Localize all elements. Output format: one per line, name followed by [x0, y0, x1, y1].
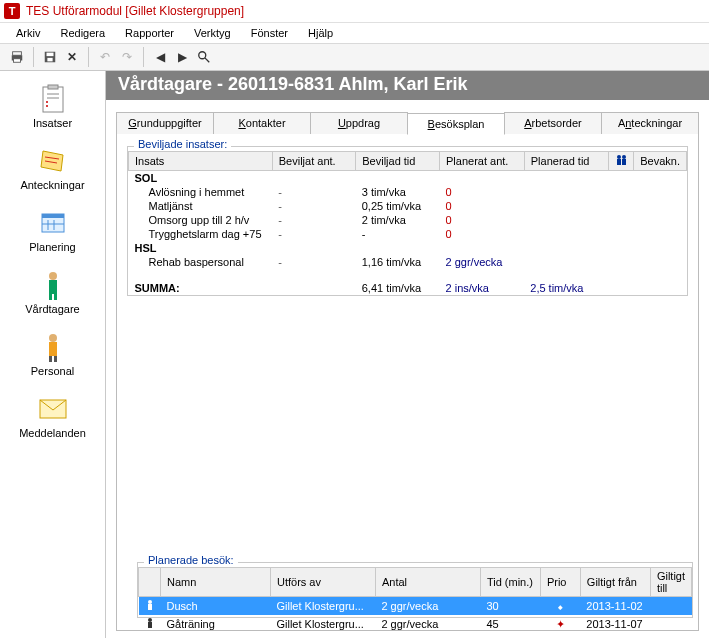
cell-insats: Rehab baspersonal — [129, 255, 273, 269]
col-bevakn[interactable]: Bevakn. — [634, 152, 687, 171]
col-prio[interactable]: Prio — [540, 568, 580, 597]
beviljade-row[interactable]: Omsorg upp till 2 h/v-2 tim/vka0 — [129, 213, 687, 227]
cell-plan-ant: 0 — [440, 199, 525, 213]
cell-bev-tid: 2 tim/vka — [356, 213, 440, 227]
col-namn[interactable]: Namn — [161, 568, 271, 597]
sidebar-item-planering[interactable]: Planering — [0, 201, 105, 263]
svg-rect-4 — [47, 53, 54, 57]
menu-redigera[interactable]: Redigera — [50, 25, 115, 41]
note-icon — [37, 145, 69, 177]
sidebar-item-label: Planering — [29, 241, 75, 253]
tab-content: Beviljade insatser: Insats Beviljat ant.… — [116, 133, 699, 631]
menu-hjalp[interactable]: Hjälp — [298, 25, 343, 41]
cell-giltigt-till — [650, 615, 691, 631]
svg-rect-24 — [49, 294, 52, 300]
planerade-row[interactable]: GåträningGillet Klostergru...2 ggr/vecka… — [139, 615, 692, 631]
tab-besoksplan[interactable]: Besöksplan — [407, 113, 505, 135]
col-utfors[interactable]: Utförs av — [270, 568, 375, 597]
svg-point-22 — [49, 272, 57, 280]
col-persons-icon[interactable] — [609, 152, 634, 171]
beviljade-insatser-group: Beviljade insatser: Insats Beviljat ant.… — [127, 146, 688, 296]
cell-bev-ant: - — [272, 185, 355, 199]
svg-point-35 — [148, 600, 152, 604]
cell-tid: 30 — [480, 597, 540, 616]
sidebar-item-label: Vårdtagare — [25, 303, 79, 315]
svg-point-12 — [46, 101, 48, 103]
nav-next-icon[interactable]: ▶ — [173, 47, 191, 67]
planerade-row[interactable]: DuschGillet Klostergru...2 ggr/vecka30⬥2… — [139, 597, 692, 616]
cell-giltigt-fran: 2013-11-02 — [580, 597, 650, 616]
col-tid[interactable]: Tid (min.) — [480, 568, 540, 597]
cell-plan-ant: 0 — [440, 185, 525, 199]
col-gtill[interactable]: Giltigt till — [650, 568, 691, 597]
sidebar-item-label: Anteckningar — [20, 179, 84, 191]
tab-anteckningar[interactable]: Anteckningar — [601, 112, 699, 134]
cell-plan-ant: 0 — [440, 227, 525, 241]
svg-rect-18 — [42, 214, 64, 218]
svg-point-31 — [617, 155, 621, 159]
col-planerat-ant[interactable]: Planerat ant. — [440, 152, 525, 171]
col-gfran[interactable]: Giltigt från — [580, 568, 650, 597]
undo-icon[interactable]: ↶ — [96, 47, 114, 67]
svg-rect-23 — [49, 280, 57, 294]
cell-tid: 45 — [480, 615, 540, 631]
svg-rect-28 — [49, 356, 52, 362]
tab-kontakter[interactable]: Kontakter — [213, 112, 311, 134]
toolbar: ✕ ↶ ↷ ◀ ▶ — [0, 43, 709, 71]
beviljade-row[interactable]: Trygghetslarm dag +75--0 — [129, 227, 687, 241]
tab-arbetsorder[interactable]: Arbetsorder — [504, 112, 602, 134]
calendar-icon — [37, 207, 69, 239]
svg-rect-0 — [13, 52, 22, 56]
priority-icon: ⬥ — [557, 600, 564, 612]
svg-rect-2 — [14, 59, 21, 63]
sidebar-item-meddelanden[interactable]: Meddelanden — [0, 387, 105, 449]
col-planerad-tid[interactable]: Planerad tid — [524, 152, 608, 171]
person-icon — [139, 597, 161, 616]
beviljade-legend: Beviljade insatser: — [134, 138, 231, 150]
col-beviljat-ant[interactable]: Beviljat ant. — [272, 152, 355, 171]
menu-verktyg[interactable]: Verktyg — [184, 25, 241, 41]
svg-rect-29 — [54, 356, 57, 362]
planerade-besok-group: Planerade besök: Namn Utförs av Antal Ti… — [137, 562, 693, 618]
beviljade-row[interactable]: Rehab baspersonal-1,16 tim/vka2 ggr/veck… — [129, 255, 687, 269]
save-icon[interactable] — [41, 47, 59, 67]
cell-insats: Trygghetslarm dag +75 — [129, 227, 273, 241]
col-antal[interactable]: Antal — [375, 568, 480, 597]
sidebar-item-anteckningar[interactable]: Anteckningar — [0, 139, 105, 201]
sidebar-item-personal[interactable]: Personal — [0, 325, 105, 387]
col-insats[interactable]: Insats — [129, 152, 273, 171]
nav-prev-icon[interactable]: ◀ — [151, 47, 169, 67]
menu-rapporter[interactable]: Rapporter — [115, 25, 184, 41]
beviljade-row[interactable]: Matljänst-0,25 tim/vka0 — [129, 199, 687, 213]
cell-antal: 2 ggr/vecka — [375, 615, 480, 631]
svg-rect-38 — [148, 622, 152, 628]
window-title: TES Utförarmodul [Gillet Klostergruppen] — [26, 4, 244, 18]
sidebar-item-insatser[interactable]: Insatser — [0, 77, 105, 139]
col-glyph[interactable] — [139, 568, 161, 597]
sidebar-item-vardtagare[interactable]: Vårdtagare — [0, 263, 105, 325]
menu-arkiv[interactable]: Arkiv — [6, 25, 50, 41]
beviljade-row[interactable]: Avlösning i hemmet-3 tim/vka0 — [129, 185, 687, 199]
cell-namn: Dusch — [161, 597, 271, 616]
cell-giltigt-fran: 2013-11-07 — [580, 615, 650, 631]
tab-grunduppgifter[interactable]: Grunduppgifter — [116, 112, 214, 134]
svg-rect-25 — [54, 294, 57, 300]
cell-bev-tid: - — [356, 227, 440, 241]
print-icon[interactable] — [8, 47, 26, 67]
cell-insats: Omsorg upp till 2 h/v — [129, 213, 273, 227]
svg-point-26 — [49, 334, 57, 342]
svg-point-13 — [46, 105, 48, 107]
delete-icon[interactable]: ✕ — [63, 47, 81, 67]
cell-bev-ant: - — [272, 255, 355, 269]
col-beviljad-tid[interactable]: Beviljad tid — [356, 152, 440, 171]
menu-fonster[interactable]: Fönster — [241, 25, 298, 41]
svg-point-33 — [622, 155, 626, 159]
summa-label: SUMMA: — [129, 281, 273, 295]
sidebar-item-label: Insatser — [33, 117, 72, 129]
cell-antal: 2 ggr/vecka — [375, 597, 480, 616]
cell-bev-tid: 1,16 tim/vka — [356, 255, 440, 269]
svg-line-7 — [205, 58, 209, 62]
redo-icon[interactable]: ↷ — [118, 47, 136, 67]
search-icon[interactable] — [195, 47, 213, 67]
tab-uppdrag[interactable]: Uppdrag — [310, 112, 408, 134]
